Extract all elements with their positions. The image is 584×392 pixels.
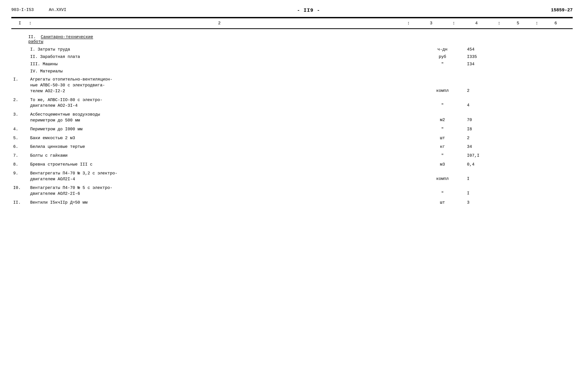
col-header-4: 4 — [456, 21, 497, 26]
row-unit: м2 — [422, 112, 463, 122]
sub-item-2-label: Заработная плата — [40, 54, 80, 59]
row-quantity: 34 — [463, 144, 505, 149]
row-unit: " — [422, 126, 463, 132]
row-quantity: I — [463, 185, 505, 196]
sub-item-2-num: II. — [30, 54, 38, 59]
row-number: 9. — [11, 171, 28, 176]
row-unit: кг — [422, 144, 463, 149]
sub-item-2-qty: I335 — [463, 54, 505, 59]
sep-5-6: : — [535, 21, 539, 26]
col-header-3: 3 — [410, 21, 452, 26]
row-description: Белила цинковые тертые — [28, 144, 422, 150]
table-row: I0.Вентагрегаты П4-70 № 5 с электро-двиг… — [11, 184, 573, 198]
row-description: Болты с гайками — [28, 153, 422, 159]
row-quantity: 3 — [463, 200, 505, 205]
sub-item-2: II. Заработная плата руб I335 — [11, 53, 573, 61]
row-unit: компл — [422, 77, 463, 93]
section-header: II. Санитарно-технические работы — [11, 29, 573, 46]
sub-item-3-unit: " — [422, 62, 463, 66]
row-number: 5. — [11, 136, 28, 140]
row-number: 6. — [11, 144, 28, 149]
sub-item-4-label: Материалы — [40, 69, 63, 74]
row-number: 8. — [11, 162, 28, 167]
data-rows: I.Агрегаты отопительно-вентиляцион-ные А… — [11, 75, 573, 207]
sub-item-3: III. Машины " I34 — [11, 61, 573, 68]
row-unit: шт — [422, 136, 463, 140]
sub-item-3-num: III. — [30, 62, 40, 66]
row-unit: м3 — [422, 162, 463, 167]
table-row: 6.Белила цинковые тертыекг34 — [11, 142, 573, 152]
section-roman: II. — [28, 35, 36, 40]
sub-item-3-qty: I34 — [463, 62, 505, 66]
row-number: II. — [11, 200, 28, 205]
column-headers: I : 2 : 3 : 4 : 5 : 6 — [11, 18, 573, 29]
row-description: Агрегаты отопительно-вентиляцион-ные АПВ… — [28, 77, 422, 94]
table-row: 7.Болты с гайками"I07,I — [11, 152, 573, 160]
row-description: Периметром до I000 мм — [28, 126, 422, 132]
row-unit: шт — [422, 200, 463, 205]
sub-item-1-unit: ч-дн — [422, 47, 463, 52]
header: 903-I-I53 Ап.XXVI - II9 - 15859-27 — [11, 8, 573, 13]
row-quantity: I — [463, 171, 505, 181]
table-row: 2.То же, АПВС-IIO-80 с электро-двигателе… — [11, 96, 573, 110]
sub-item-2-unit: руб — [422, 54, 463, 59]
sep-2-3: : — [407, 21, 410, 26]
col-header-2: 2 — [32, 21, 407, 26]
row-quantity: I07,I — [463, 153, 505, 158]
appendix: Ап.XXVI — [49, 8, 66, 12]
row-number: 7. — [11, 153, 28, 158]
col-header-6: 6 — [539, 21, 573, 26]
sep-3-4: : — [452, 21, 456, 26]
row-unit: компл — [422, 171, 463, 181]
row-number: 2. — [11, 97, 28, 102]
row-quantity: 2 — [463, 77, 505, 93]
table-row: 9.Вентагрегаты П4-70 № 3,2 с электро-дви… — [11, 169, 573, 184]
table-row: 3.Асбестоцементные воздуховодыпериметром… — [11, 110, 573, 125]
page-container: 903-I-I53 Ап.XXVI - II9 - 15859-27 I : 2… — [11, 8, 573, 207]
doc-number: 903-I-I53 — [11, 8, 34, 12]
table-row: 5.Баки емкостью 2 м3шт2 — [11, 134, 573, 143]
sub-item-3-label: Машины — [43, 62, 58, 66]
page-number: - II9 - — [297, 8, 320, 13]
row-description: Бревна строительные III с — [28, 162, 422, 168]
row-quantity: 2 — [463, 136, 505, 140]
table-row: 8.Бревна строительные III см30,4 — [11, 160, 573, 169]
sep-1-2: : — [28, 21, 32, 26]
row-quantity: 0,4 — [463, 162, 505, 167]
sub-item-1-qty: 454 — [463, 47, 505, 52]
sub-item-1-num: I. — [30, 47, 35, 52]
sub-item-4-num: IV. — [30, 69, 38, 74]
row-unit: " — [422, 97, 463, 108]
sep-4-5: : — [497, 21, 501, 26]
table-row: I.Агрегаты отопительно-вентиляцион-ные А… — [11, 75, 573, 96]
ref-number: 15859-27 — [551, 8, 573, 13]
table-row: II.Вентили I5кчIIр Д=50 ммшт3 — [11, 198, 573, 207]
header-left: 903-I-I53 Ап.XXVI — [11, 8, 66, 12]
row-number: I. — [11, 77, 28, 82]
main-table: I : 2 : 3 : 4 : 5 : 6 II. Санитарно-техн… — [11, 18, 573, 207]
row-description: Вентагрегаты П4-70 № 3,2 с электро-двига… — [28, 171, 422, 182]
row-description: Вентагрегаты П4-70 № 5 с электро-двигате… — [28, 185, 422, 197]
col-header-5: 5 — [501, 21, 535, 26]
row-quantity: I8 — [463, 126, 505, 132]
col-header-1: I — [11, 21, 28, 26]
sub-item-1: I. Затраты труда ч-дн 454 — [11, 46, 573, 53]
sub-item-1-label: Затраты труда — [38, 47, 70, 52]
row-unit: " — [422, 153, 463, 158]
table-row: 4.Периметром до I000 мм"I8 — [11, 125, 573, 134]
row-number: 3. — [11, 112, 28, 117]
row-quantity: 70 — [463, 112, 505, 122]
row-description: Баки емкостью 2 м3 — [28, 136, 422, 141]
sub-item-4: IV. Материалы — [11, 68, 573, 75]
section-title: Санитарно-технические работы — [28, 35, 93, 44]
row-unit: " — [422, 185, 463, 196]
row-number: 4. — [11, 126, 28, 132]
row-description: То же, АПВС-IIO-80 с электро-двигателем … — [28, 97, 422, 109]
row-quantity: 4 — [463, 97, 505, 108]
row-description: Асбестоцементные воздуховодыпериметром д… — [28, 112, 422, 124]
sub-items-section: I. Затраты труда ч-дн 454 II. Заработная… — [11, 46, 573, 75]
row-description: Вентили I5кчIIр Д=50 мм — [28, 200, 422, 206]
row-number: I0. — [11, 185, 28, 190]
